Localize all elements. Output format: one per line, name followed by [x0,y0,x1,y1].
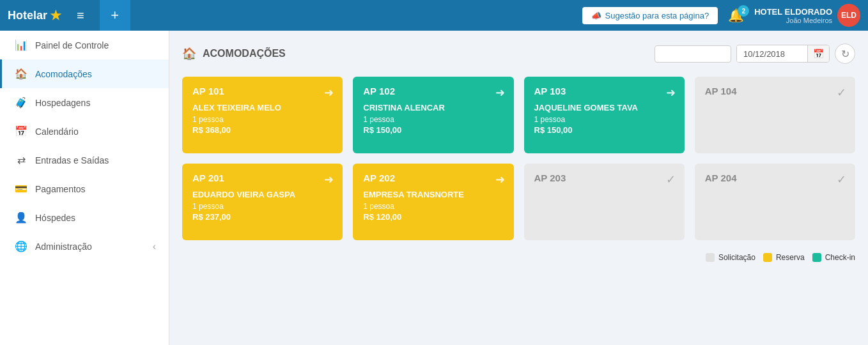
filter-select[interactable] [655,45,731,63]
room-card-ap201[interactable]: AP 201 ➜ EDUARDO VIEIRA GASPA 1 pessoa R… [182,164,343,240]
logo: Hotelar★ [8,8,61,23]
user-sub: João Medeiros [754,17,832,24]
person-icon: 👤 [15,211,27,224]
refresh-button[interactable]: ↻ [835,43,855,64]
hotel-name: HOTEL ELDORADO [754,7,832,17]
megaphone-icon: 📣 [591,11,601,20]
sidebar: 📊 Painel de Controle 🏠 Acomodações 🧳 Hos… [0,31,169,345]
room-pax: 1 pessoa [192,202,332,211]
luggage-icon: 🧳 [15,96,27,109]
sidebar-label-calendario: Calendário [35,126,79,137]
login-icon: ➜ [324,172,334,187]
date-input[interactable] [737,46,807,62]
legend-label-solicitacao: Solicitação [718,253,756,262]
room-guest: ALEX TEIXEIRA MELO [192,103,332,112]
home-page-icon: 🏠 [182,47,196,61]
suggestion-button[interactable]: 📣 Sugestão para esta página? [582,7,718,24]
room-number: AP 204 [705,172,845,183]
sidebar-label-pagamentos: Pagamentos [35,184,86,194]
login-icon: ➜ [666,86,676,100]
room-price: R$ 368,00 [192,125,332,135]
room-number: AP 103 [534,86,674,96]
main-header: 🏠 ACOMODAÇÕES 📅 ↻ [182,43,855,64]
login-icon: ➜ [324,86,334,100]
user-avatar[interactable]: ELD [837,4,860,27]
room-card-ap102[interactable]: AP 102 ➜ CRISTINA ALENCAR 1 pessoa R$ 15… [353,77,513,153]
sidebar-item-administracao[interactable]: 🌐 Administração ‹ [0,232,169,261]
dashboard-icon: 📊 [15,39,27,51]
logo-star: ★ [50,8,61,23]
legend-dot-yellow [763,253,772,262]
room-card-ap202[interactable]: AP 202 ➜ EMPRESA TRANSNORTE 1 pessoa R$ … [353,164,513,240]
legend-label-checkin: Check-in [825,253,855,262]
room-price: R$ 237,00 [192,212,332,222]
sidebar-label-administracao: Administração [35,241,92,252]
notification-count: 2 [738,5,749,17]
calendar-icon: 📅 [15,125,27,137]
room-guest: CRISTINA ALENCAR [363,103,503,112]
user-info: HOTEL ELDORADO João Medeiros [754,7,832,24]
date-picker: 📅 [736,45,830,63]
room-number: AP 201 [192,172,332,183]
room-card-ap203[interactable]: AP 203 ✓ [524,164,685,240]
sidebar-item-calendario[interactable]: 📅 Calendário [0,117,169,146]
page-title-area: 🏠 ACOMODAÇÕES [182,47,286,61]
home-icon: 🏠 [15,68,27,80]
room-number: AP 102 [363,86,503,96]
calendar-pick-button[interactable]: 📅 [807,45,829,62]
sidebar-label-painel: Painel de Controle [35,40,109,50]
login-icon: ➜ [495,172,505,187]
room-card-ap101[interactable]: AP 101 ➜ ALEX TEIXEIRA MELO 1 pessoa R$ … [182,77,343,153]
login-icon: ➜ [495,86,505,100]
sidebar-label-acomodacoes: Acomodações [35,69,92,79]
legend-label-reserva: Reserva [776,253,805,262]
sidebar-item-hospedagens[interactable]: 🧳 Hospedagens [0,88,169,117]
legend-dot-gray [706,253,715,262]
room-pax: 1 pessoa [363,115,503,124]
room-number: AP 104 [705,86,845,96]
room-price: R$ 150,00 [534,125,674,135]
room-card-ap103[interactable]: AP 103 ➜ JAQUELINE GOMES TAVA 1 pessoa R… [524,77,685,153]
room-card-ap104[interactable]: AP 104 ✓ [695,77,855,153]
room-pax: 1 pessoa [192,115,332,124]
check-icon: ✓ [837,86,846,100]
room-guest: JAQUELINE GOMES TAVA [534,103,674,112]
globe-icon: 🌐 [15,240,27,252]
room-price: R$ 120,00 [363,212,503,222]
suggestion-label: Sugestão para esta página? [605,11,709,20]
room-price: R$ 150,00 [363,125,503,135]
room-guest: EMPRESA TRANSNORTE [363,190,503,199]
payment-icon: 💳 [15,183,27,195]
legend-solicitacao: Solicitação [706,253,756,262]
sidebar-label-entradas: Entradas e Saídas [35,155,109,165]
hamburger-menu[interactable]: ≡ [77,8,84,23]
sidebar-item-painel[interactable]: 📊 Painel de Controle [0,31,169,59]
check-icon: ✓ [837,172,846,187]
legend-checkin: Check-in [812,253,855,262]
chevron-left-icon: ‹ [153,241,156,252]
legend-reserva: Reserva [763,253,805,262]
sidebar-item-hospedes[interactable]: 👤 Hóspedes [0,203,169,232]
room-number: AP 203 [534,172,674,183]
sidebar-item-pagamentos[interactable]: 💳 Pagamentos [0,174,169,203]
user-area: HOTEL ELDORADO João Medeiros ELD [754,4,860,27]
room-pax: 1 pessoa [534,115,674,124]
room-number: AP 101 [192,86,332,96]
sidebar-item-acomodacoes[interactable]: 🏠 Acomodações [0,59,169,88]
sidebar-label-hospedes: Hóspedes [35,213,75,223]
layout: 📊 Painel de Controle 🏠 Acomodações 🧳 Hos… [0,31,868,345]
room-card-ap204[interactable]: AP 204 ✓ [695,164,855,240]
sidebar-item-entradas[interactable]: ⇄ Entradas e Saídas [0,146,169,174]
top-navigation: Hotelar★ ≡ + 📣 Sugestão para esta página… [0,0,868,31]
check-icon: ✓ [666,172,676,187]
rooms-grid: AP 101 ➜ ALEX TEIXEIRA MELO 1 pessoa R$ … [182,77,855,240]
legend-dot-green [812,253,821,262]
legend-bar: Solicitação Reserva Check-in [182,253,855,262]
logo-text: Hotelar [8,9,47,22]
room-number: AP 202 [363,172,503,183]
arrows-icon: ⇄ [15,154,27,166]
room-guest: EDUARDO VIEIRA GASPA [192,190,332,199]
notification-bell[interactable]: 🔔 2 [728,8,744,23]
room-pax: 1 pessoa [363,202,503,211]
add-button[interactable]: + [100,0,130,31]
